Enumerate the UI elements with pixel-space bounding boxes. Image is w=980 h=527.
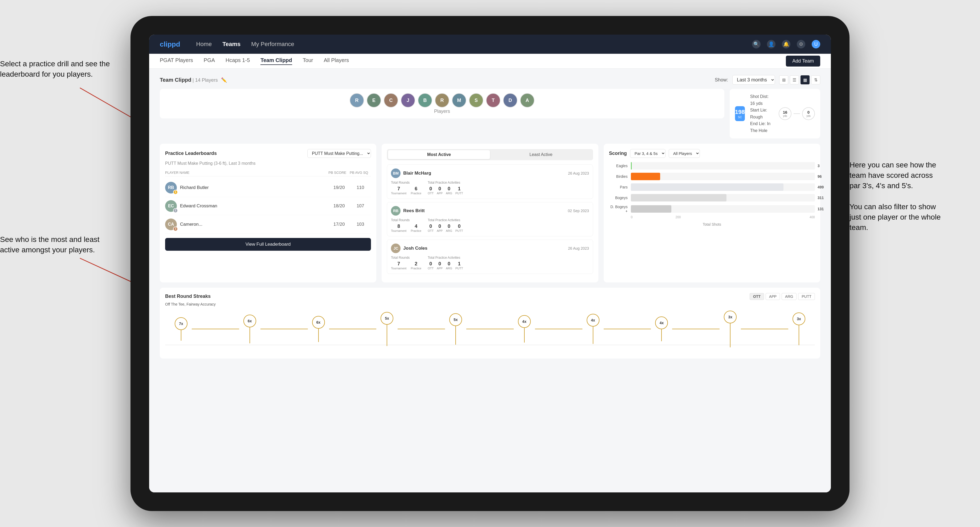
subnav-pgat[interactable]: PGAT Players: [160, 57, 193, 65]
tab-most-active[interactable]: Most Active: [388, 150, 490, 159]
chart-axis: 0 200 400: [631, 215, 815, 219]
pac-avatar-3: JC: [391, 243, 401, 253]
players-avatars: R E C J B R M S T D A: [166, 93, 718, 108]
pac-ott-3: 0: [428, 261, 434, 267]
search-icon[interactable]: 🔍: [752, 40, 760, 48]
edit-team-icon[interactable]: ✏️: [221, 78, 227, 83]
tab-least-active[interactable]: Least Active: [490, 150, 592, 159]
scoring-header: Scoring Par 3, 4 & 5s All Players: [609, 149, 815, 158]
scoring-card: Scoring Par 3, 4 & 5s All Players E: [604, 144, 820, 283]
pac-rounds-label-3: Total Rounds: [391, 256, 421, 259]
pac-avatar-2: RB: [391, 206, 401, 216]
chart-bar-container-dbogeys: 131: [631, 205, 815, 213]
chart-total-label: Total Shots: [609, 222, 815, 227]
subnav-hcaps[interactable]: Hcaps 1-5: [226, 57, 250, 65]
pac-ott-2: 0: [428, 224, 434, 229]
chart-row-dbogeys: D. Bogeys + 131: [609, 205, 815, 213]
profile-icon[interactable]: 👤: [767, 40, 775, 48]
user-avatar-icon[interactable]: U: [812, 40, 820, 48]
player-avatar-8[interactable]: S: [469, 93, 483, 108]
silver-medal-2: 2: [173, 208, 178, 213]
streaks-btn-putt[interactable]: PUTT: [798, 293, 815, 300]
three-col-section: Practice Leaderboards PUTT Must Make Put…: [160, 144, 820, 283]
team-players-section: R E C J B R M S T D A Players: [160, 89, 820, 138]
subnav-tour[interactable]: Tour: [303, 57, 313, 65]
player-avatar-9[interactable]: T: [486, 93, 500, 108]
pac-arg-3: 0: [446, 261, 452, 267]
show-controls: Show: Last 3 months ⊞ ☰ ▦ ⇅: [715, 75, 820, 85]
yard-circle-end: 0 yds: [802, 107, 815, 120]
subnav-pga[interactable]: PGA: [204, 57, 215, 65]
player-avatar-3[interactable]: C: [384, 93, 398, 108]
par-filter-select[interactable]: Par 3, 4 & 5s: [630, 149, 665, 158]
nav-bar: clippd Home Teams My Performance 🔍 👤 🔔 ⚙…: [149, 35, 831, 54]
pac-tournament-1: 7: [391, 186, 406, 192]
player-avatar-11[interactable]: A: [520, 93, 535, 108]
nav-home[interactable]: Home: [196, 41, 212, 48]
streak-item-10: 3x: [788, 313, 810, 345]
lb-player-2: EC 2 Edward Crossman: [165, 200, 328, 212]
sub-nav: PGAT Players PGA Hcaps 1-5 Team Clippd T…: [149, 54, 831, 69]
chart-bar-container-eagles: 3: [631, 162, 815, 170]
settings-icon[interactable]: ⚙: [797, 40, 805, 48]
show-period-select[interactable]: Last 3 months: [732, 75, 775, 85]
nav-teams[interactable]: Teams: [222, 41, 240, 48]
pac-rounds-label-2: Total Rounds: [391, 218, 421, 222]
sub-nav-links: PGAT Players PGA Hcaps 1-5 Team Clippd T…: [160, 57, 349, 65]
pac-date-2: 02 Sep 2023: [568, 209, 589, 213]
streaks-btn-app[interactable]: APP: [765, 293, 780, 300]
list-view-icon[interactable]: ☰: [790, 75, 799, 84]
players-label: Players: [166, 109, 718, 114]
streaks-btn-arg[interactable]: ARG: [781, 293, 797, 300]
drill-subtitle: PUTT Must Make Putting (3-6 ft), Last 3 …: [165, 161, 371, 166]
streak-item-9: 3x: [719, 311, 741, 347]
chart-label-dbogeys: D. Bogeys +: [609, 205, 628, 213]
view-leaderboard-button[interactable]: View Full Leaderboard: [165, 238, 371, 251]
streaks-btn-ott[interactable]: OTT: [749, 293, 764, 300]
pac-player-1: BM Blair McHarg: [391, 168, 431, 178]
subnav-teamclippd[interactable]: Team Clippd: [261, 57, 292, 65]
bell-icon[interactable]: 🔔: [782, 40, 791, 48]
chart-bar-birdies: [631, 173, 660, 180]
axis-400: 400: [724, 215, 815, 219]
streak-line-5: [466, 329, 514, 329]
pac-stats-1: Total Rounds 7 Tournament 6 Pr: [391, 181, 589, 195]
streak-line-4: [398, 329, 445, 329]
player-avatar-1[interactable]: R: [350, 93, 364, 108]
pac-practice-3: 2: [410, 261, 421, 267]
chart-label-bogeys: Bogeys: [609, 195, 628, 200]
streak-item-3: 6x: [308, 316, 329, 342]
player-avatar-4[interactable]: J: [401, 93, 415, 108]
pac-player-2: RB Rees Britt: [391, 206, 425, 216]
card-view-icon[interactable]: ▦: [800, 75, 810, 84]
lb-card-title: Practice Leaderboards: [165, 151, 217, 156]
drill-select[interactable]: PUTT Must Make Putting...: [307, 149, 371, 158]
streak-line-7: [604, 329, 651, 329]
player-avatar-6[interactable]: R: [435, 93, 449, 108]
streak-item-4: 5x: [376, 312, 398, 346]
nav-myperformance[interactable]: My Performance: [251, 41, 294, 48]
player-filter-select[interactable]: All Players: [669, 149, 700, 158]
subnav-allplayers[interactable]: All Players: [324, 57, 349, 65]
player-avatar-7[interactable]: M: [452, 93, 466, 108]
pac-putt-2: 0: [455, 224, 463, 229]
pac-app-3: 0: [437, 261, 442, 267]
grid-view-icon[interactable]: ⊞: [779, 75, 788, 84]
pac-tournament-2: 8: [391, 224, 406, 229]
chart-label-eagles: Eagles: [609, 163, 628, 168]
player-avatar-2[interactable]: E: [367, 93, 381, 108]
sort-icon[interactable]: ⇅: [811, 75, 820, 84]
scoring-title: Scoring: [609, 151, 627, 156]
chart-bar-container-birdies: 96: [631, 173, 815, 180]
streak-stem-4: [387, 325, 387, 346]
player-avatar-5[interactable]: B: [418, 93, 432, 108]
pac-app-2: 0: [437, 224, 442, 229]
pac-player-3: JC Josh Coles: [391, 243, 428, 253]
activity-card: Most Active Least Active BM Blair McHarg…: [382, 144, 598, 283]
lb-avatar-1: RB 1: [165, 182, 177, 194]
streak-bubble-10: 3x: [792, 313, 805, 325]
chart-row-birdies: Birdies 96: [609, 173, 815, 180]
add-team-button[interactable]: Add Team: [786, 56, 820, 67]
player-avatar-10[interactable]: D: [503, 93, 517, 108]
streak-line-2: [261, 329, 308, 329]
